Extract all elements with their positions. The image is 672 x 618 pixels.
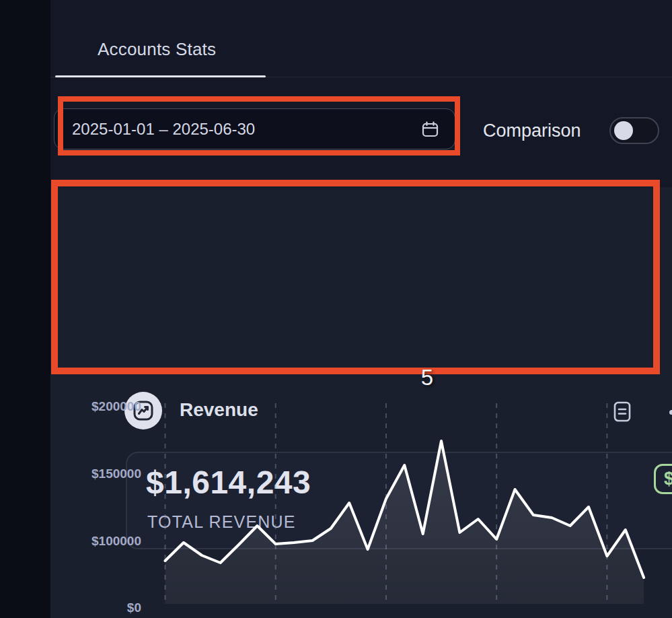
revenue-trend-icon [124, 392, 162, 430]
document-icon [613, 401, 631, 422]
left-edge-panel [0, 0, 50, 618]
active-tab-indicator [55, 75, 266, 77]
comparison-toggle[interactable] [609, 117, 659, 144]
tab-accounts-stats[interactable]: Accounts Stats [98, 39, 216, 60]
tab-label: Accounts Stats [98, 39, 216, 59]
total-revenue-value: $1,614,243 [146, 464, 311, 501]
date-range-value: 2025-01-01 – 2025-06-30 [72, 120, 422, 139]
report-document-button[interactable] [610, 399, 634, 424]
more-options-button[interactable] [665, 403, 672, 421]
card-title: Revenue [180, 399, 258, 421]
total-revenue-label: TOTAL REVENUE [147, 512, 296, 532]
dashboard-screen: Accounts Stats 2025-01-01 – 2025-06-30 C… [0, 0, 672, 618]
revenue-card: Revenue $1,614,243 TOTAL REVENUE $ [50, 187, 672, 618]
ellipsis-icon [669, 410, 672, 415]
calendar-icon[interactable] [422, 121, 439, 137]
toggle-knob [614, 121, 633, 140]
comparison-label: Comparison [483, 121, 581, 141]
date-range-input[interactable]: 2025-01-01 – 2025-06-30 [54, 108, 455, 149]
dollar-icon: $ [654, 464, 672, 494]
total-revenue-box: $1,614,243 TOTAL REVENUE $ [126, 452, 672, 549]
